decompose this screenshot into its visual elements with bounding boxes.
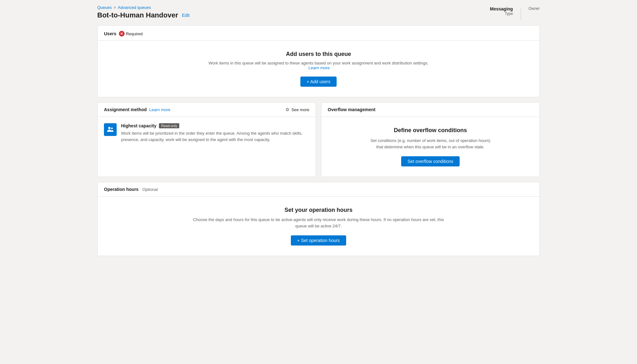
header-type-meta: Messaging Type [490,6,513,16]
page-container: Queues > Advanced queues Bot-to-Human Ha… [90,0,547,264]
operation-card-header: Operation hours Optional [98,182,539,197]
overflow-card-body: Define overflow conditions Set condition… [321,117,539,177]
assignment-card-body: Highest capacity Read-only Work items wi… [98,117,316,149]
breadcrumb-queues[interactable]: Queues [97,5,112,10]
header-owner-meta: Owner [529,6,540,11]
page-header: Queues > Advanced queues Bot-to-Human Ha… [90,0,547,23]
breadcrumb-separator: > [114,5,116,10]
see-more-button[interactable]: ⚙ See more [285,107,309,112]
users-card-body: Add users to this queue Work items in th… [98,41,539,97]
breadcrumb-advanced-queues[interactable]: Advanced queues [118,5,151,10]
operation-hours-title: Operation hours [104,187,139,192]
assignment-card-header: Assignment method Learn more ⚙ See more [98,103,316,117]
header-left: Queues > Advanced queues Bot-to-Human Ha… [97,5,189,19]
assignment-method-icon [104,123,117,136]
required-text: Required [126,31,143,36]
overflow-card: Overflow management Define overflow cond… [321,102,540,177]
assignment-method-label: Highest capacity [121,123,156,128]
header-owner-label: Owner [529,6,540,11]
overflow-card-title: Overflow management [328,107,375,112]
see-more-label: See more [291,107,309,112]
overflow-desc: Set conditions (e.g. number of work item… [370,138,491,150]
page-title-row: Bot-to-Human Handover Edit [97,11,189,19]
operation-hours-optional: Optional [142,187,158,192]
svg-point-1 [111,128,113,129]
assignment-card: Assignment method Learn more ⚙ See more [97,102,316,177]
assignment-learn-more-link[interactable]: Learn more [149,107,170,112]
svg-point-0 [108,127,111,129]
assignment-title: Assignment method [104,107,147,112]
header-divider [521,8,521,20]
header-type-value: Messaging [490,6,513,11]
required-icon: ✕ [119,31,125,37]
assignment-method-desc: Work items will be prioritized in the or… [121,130,309,143]
readonly-badge: Read-only [159,123,179,128]
set-overflow-button[interactable]: Set overflow conditions [401,156,460,166]
two-col-section: Assignment method Learn more ⚙ See more [97,102,540,177]
main-content: Users ✕ Required Add users to this queue… [90,23,547,264]
users-desc-text: Work items in this queue will be assigne… [209,61,428,65]
operation-hours-card: Operation hours Optional Set your operat… [97,182,540,256]
users-card-header: Users ✕ Required [98,26,539,41]
gear-icon: ⚙ [285,107,290,112]
edit-link[interactable]: Edit [182,13,189,18]
assignment-method-name-row: Highest capacity Read-only [121,123,309,128]
overflow-card-header: Overflow management [321,103,539,117]
operation-desc: Choose the days and hours for this queue… [191,217,446,229]
set-operation-hours-button[interactable]: + Set operation hours [291,235,346,246]
assignment-method-info: Highest capacity Read-only Work items wi… [121,123,309,143]
person-capacity-icon [106,126,114,133]
assignment-method-item: Highest capacity Read-only Work items wi… [104,123,309,143]
users-section-title: Users [104,31,116,36]
assignment-title-group: Assignment method Learn more [104,107,170,112]
header-type-label: Type [490,11,513,16]
add-users-button[interactable]: + Add users [300,77,337,87]
operation-card-body: Set your operation hours Choose the days… [98,197,539,256]
breadcrumb: Queues > Advanced queues [97,5,189,10]
users-card: Users ✕ Required Add users to this queue… [97,25,540,97]
users-card-title: Add users to this queue [286,51,351,57]
overflow-title: Define overflow conditions [394,127,467,134]
users-card-desc: Work items in this queue will be assigne… [207,61,430,70]
header-right: Messaging Type Owner [490,5,540,20]
page-title: Bot-to-Human Handover [97,11,178,19]
operation-title: Set your operation hours [284,207,353,213]
users-learn-more-link[interactable]: Learn more [309,65,330,70]
required-badge: ✕ Required [119,31,143,37]
